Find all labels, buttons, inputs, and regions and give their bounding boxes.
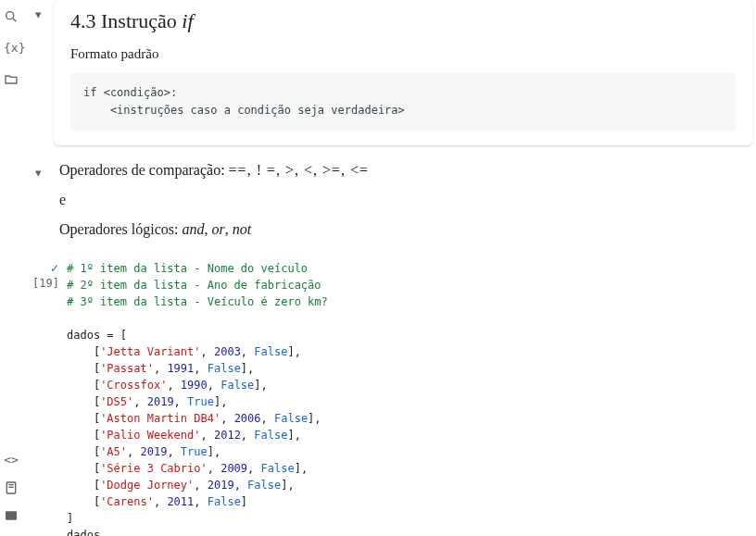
text-cell-operators[interactable]: Operadores de comparação: ==, ! =, >, <,… [54,158,756,256]
logic-and: and [182,221,204,237]
svg-rect-5 [6,511,17,519]
logic-not: not [233,221,251,237]
text-cell-heading[interactable]: 4.3 Instrução if Formato padrão if <cond… [54,0,752,145]
section-heading: 4.3 Instrução if [70,9,736,33]
heading-keyword: if [182,9,193,32]
compare-ops: ==, ! =, >, <, >=, <= [229,162,370,178]
check-icon: ✓ [50,262,59,275]
collapse-arrow-icon[interactable]: ▾ [35,7,42,21]
code-snippet: if <condição>: <instruções caso a condiç… [70,73,736,131]
notebook-main: ▾ 4.3 Instrução if Formato padrão if <co… [22,0,756,536]
compare-label: Operadores de comparação: [59,162,229,178]
vars-icon[interactable]: {x} [4,41,19,56]
logic-label: Operadores lógicos: [59,221,182,237]
subheading: Formato padrão [70,46,736,62]
doc-icon[interactable] [4,480,19,495]
code-content[interactable]: # 1º item da lista - Nome do veículo # 2… [65,260,756,536]
logic-line: Operadores lógicos: and, or, not [59,221,739,238]
collapse-arrow-icon[interactable]: ▾ [35,166,42,180]
left-rail: {x} <> [0,0,22,536]
e-line: e [59,192,739,208]
heading-prefix: 4.3 Instrução [70,9,182,32]
svg-line-1 [13,19,16,21]
search-icon[interactable] [4,9,19,24]
files-icon[interactable] [4,72,19,87]
terminal-icon[interactable] [4,508,19,523]
compare-line: Operadores de comparação: ==, ! =, >, <,… [59,162,739,179]
exec-prompt: [19] [32,277,59,290]
code-icon[interactable]: <> [4,453,19,467]
svg-point-0 [6,12,14,19]
code-cell[interactable]: ✓ [19] # 1º item da lista - Nome do veíc… [22,260,756,536]
logic-or: or [211,221,224,237]
